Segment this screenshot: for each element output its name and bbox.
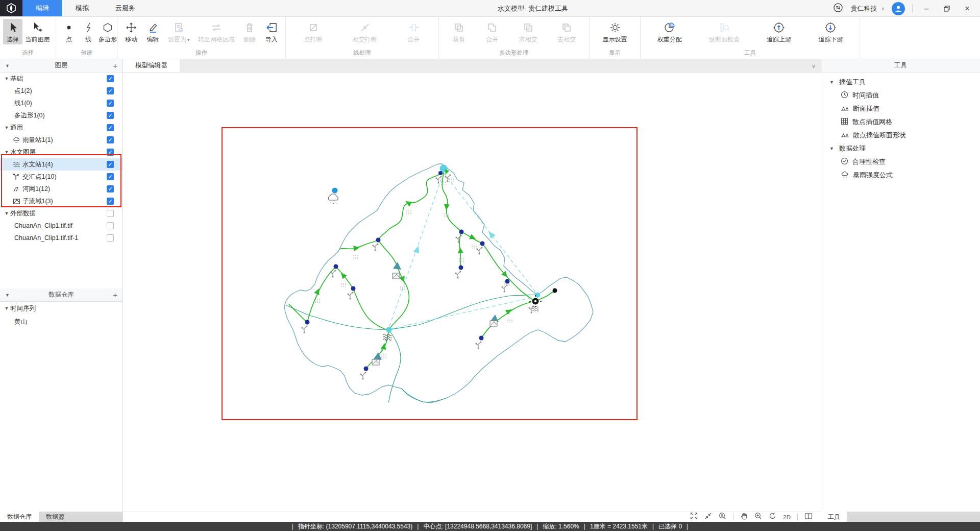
tab-edit[interactable]: 编辑 <box>22 0 62 16</box>
tab-cloud[interactable]: 云服务 <box>102 0 149 16</box>
select-button[interactable]: 选择 <box>3 19 22 44</box>
layer-checkbox[interactable]: ✓ <box>107 198 114 205</box>
import-button[interactable]: 导入 <box>262 19 281 44</box>
account-menu[interactable]: 贵仁科技 ∨ <box>850 4 885 13</box>
avatar[interactable] <box>892 2 905 15</box>
layer-checkbox[interactable] <box>107 210 114 217</box>
layer-item-rain-gauge[interactable]: 雨量站1(1)✓ <box>0 134 122 146</box>
hydro-stations[interactable] <box>372 262 499 365</box>
layer-checkbox[interactable]: ✓ <box>107 112 114 119</box>
trace-downstream-button[interactable]: 追踪下游 <box>815 19 846 44</box>
rain-gauge-marker[interactable] <box>328 188 338 204</box>
datastore-item-huangshan[interactable]: 黄山 <box>0 315 122 328</box>
point-tool-button[interactable]: 点 <box>59 19 79 44</box>
add-layer-button[interactable]: + <box>113 61 117 70</box>
tool-group-interpolation[interactable]: ▼ 插值工具 <box>821 76 980 89</box>
edit-button[interactable]: 编辑 <box>143 19 163 44</box>
current-layer-button[interactable]: 当前图层 <box>22 19 53 44</box>
refresh-button[interactable] <box>769 512 776 522</box>
tab-data-warehouse[interactable]: 数据仓库 <box>0 512 39 522</box>
layer-group-hydro[interactable]: ▼ 水文图层✓ <box>0 146 122 158</box>
trace-upstream-button[interactable]: 追踪上游 <box>764 19 794 44</box>
watershed-map[interactable] <box>123 73 821 512</box>
cursor-layer-icon <box>32 20 44 35</box>
tab-data-source[interactable]: 数据源 <box>39 512 71 522</box>
display-settings-button[interactable]: 显示设置 <box>600 19 630 44</box>
restore-button[interactable] <box>940 2 953 15</box>
layer-checkbox[interactable]: ✓ <box>107 185 114 192</box>
split-view-button[interactable] <box>804 513 813 522</box>
move-button[interactable]: 移动 <box>121 19 141 44</box>
layer-checkbox[interactable]: ✓ <box>107 149 114 156</box>
app-logo[interactable] <box>0 0 22 16</box>
editor-tabbar: 模型编辑器 ∨ <box>123 59 821 73</box>
tool-item-scatter-grid[interactable]: 散点插值网格 <box>821 115 980 129</box>
layer-item-junction[interactable]: 交汇点1(10)✓ <box>0 171 122 183</box>
caret-down-icon[interactable]: ▼ <box>829 146 834 151</box>
caret-down-icon[interactable]: ▼ <box>3 76 10 81</box>
tool-item-rainstorm-formula[interactable]: 暴雨强度公式 <box>821 168 980 182</box>
layer-group-base[interactable]: ▼ 基础✓ <box>0 73 122 85</box>
layer-checkbox[interactable]: ✓ <box>107 100 114 107</box>
caret-down-icon[interactable]: ▼ <box>829 80 834 85</box>
layer-item-sub-basin[interactable]: 子流域1(3)✓ <box>0 195 122 207</box>
tab-simulate[interactable]: 模拟 <box>62 0 102 16</box>
minimize-button[interactable]: – <box>920 2 933 15</box>
layer-item-polygons[interactable]: 多边形1(0)✓ <box>0 109 122 122</box>
tool-item-scatter-section-shape[interactable]: 散点插值断面形状 <box>821 129 980 142</box>
tool-item-validity-check[interactable]: 合理性检查 <box>821 155 980 168</box>
layer-checkbox[interactable] <box>107 222 114 229</box>
extent-rectangle[interactable] <box>222 128 637 420</box>
caret-down-icon[interactable]: ▼ <box>3 125 10 130</box>
collapse-caret-icon[interactable]: ▼ <box>5 293 10 298</box>
fit-extent-button[interactable] <box>690 512 698 522</box>
tool-item-section-interpolation[interactable]: 断面插值 <box>821 102 980 115</box>
tool-group-data-processing[interactable]: ▼ 数据处理 <box>821 142 980 155</box>
zoom-region-button[interactable] <box>719 512 726 522</box>
river-network-icon <box>12 185 20 193</box>
map-scale: 1厘米 = 2423.1551米 <box>585 522 652 531</box>
layer-item-hydro-station[interactable]: 水文站1(4)✓ <box>0 158 122 171</box>
union-button: 合并 <box>482 19 502 44</box>
tabbar-chevron-icon[interactable]: ∨ <box>812 59 816 73</box>
layer-item-tif-1[interactable]: ChuanAn_Clip1.tif.tif-1 <box>0 232 122 244</box>
trace-upstream-icon <box>773 20 785 35</box>
caret-down-icon[interactable]: ▼ <box>3 306 10 311</box>
layer-item-points[interactable]: 点1(2)✓ <box>0 85 122 97</box>
sub-basin-boundaries[interactable] <box>286 295 537 402</box>
layers-panel-title: 图层 <box>0 61 122 70</box>
sync-status-icon[interactable] <box>833 3 843 15</box>
weight-allocation-button[interactable]: 权重分配 <box>654 19 685 44</box>
tool-item-time-interpolation[interactable]: 时间插值 <box>821 89 980 102</box>
layer-group-common[interactable]: ▼ 通用✓ <box>0 122 122 134</box>
layer-item-tif[interactable]: ChuanAn_Clip1.tif.tif <box>0 220 122 232</box>
line-tool-button[interactable]: 线 <box>79 19 98 44</box>
layer-checkbox[interactable] <box>107 234 114 242</box>
group-label-create: 创建 <box>56 49 117 59</box>
datastore-header: ▼ 数据仓库 + <box>0 288 122 302</box>
layer-checkbox[interactable]: ✓ <box>107 136 114 143</box>
layer-checkbox[interactable]: ✓ <box>107 173 114 180</box>
zoom-to-selection-button[interactable] <box>704 512 712 522</box>
layer-checkbox[interactable]: ✓ <box>107 161 114 168</box>
tab-model-editor[interactable]: 模型编辑器 <box>123 59 180 72</box>
caret-down-icon[interactable]: ▼ <box>3 211 10 216</box>
layer-item-lines[interactable]: 线1(0)✓ <box>0 97 122 109</box>
polygon-tool-button[interactable]: 多边形 <box>98 19 117 44</box>
tab-tools[interactable]: 工具 <box>821 512 847 522</box>
datastore-group-timeseries[interactable]: ▼ 时间序列 <box>0 302 122 315</box>
add-datastore-button[interactable]: + <box>113 291 117 299</box>
river-network[interactable] <box>289 173 555 369</box>
collapse-caret-icon[interactable]: ▼ <box>5 63 10 68</box>
layer-item-river-network[interactable]: 河网1(12)✓ <box>0 183 122 195</box>
caret-down-icon[interactable]: ▼ <box>3 150 10 155</box>
2d-mode-button[interactable]: 2D <box>783 514 791 520</box>
layer-checkbox[interactable]: ✓ <box>107 75 114 82</box>
layer-checkbox[interactable]: ✓ <box>107 124 114 131</box>
close-button[interactable]: × <box>961 2 974 15</box>
layer-group-external[interactable]: ▼ 外部数据 <box>0 207 122 220</box>
map-canvas[interactable] <box>123 73 821 512</box>
zoom-in-button[interactable] <box>754 512 762 522</box>
layer-checkbox[interactable]: ✓ <box>107 87 114 94</box>
pan-button[interactable] <box>740 512 748 522</box>
